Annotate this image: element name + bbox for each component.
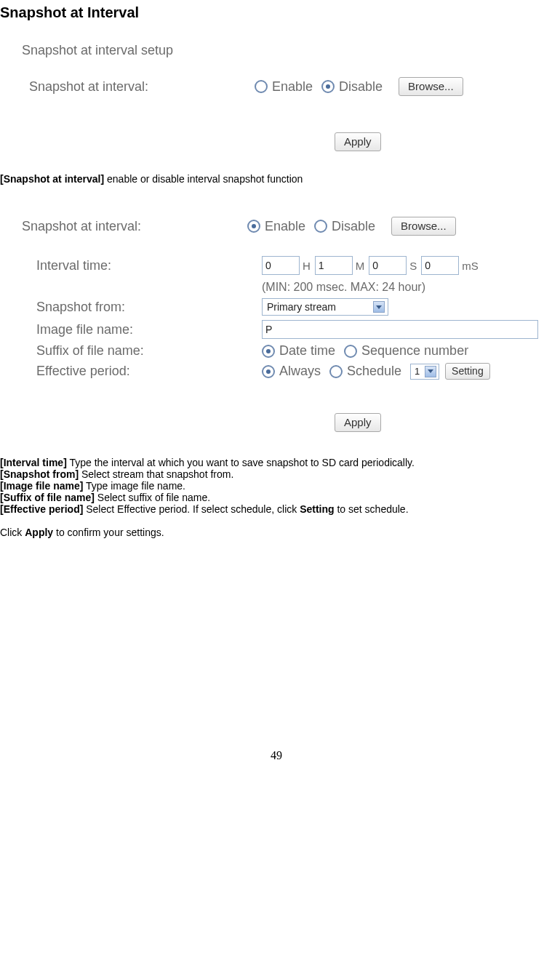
apply-button-2[interactable]: Apply (335, 413, 381, 432)
unit-minutes: M (356, 260, 365, 272)
desc-confirm: Click Apply to confirm your settings. (0, 527, 553, 538)
radio-enable-2[interactable]: Enable (247, 219, 305, 234)
schedule-select[interactable]: 1 (410, 364, 439, 380)
conf-c: to confirm your settings. (53, 527, 164, 538)
apply-button[interactable]: Apply (335, 132, 381, 151)
def-label: [Suffix of file name] (0, 492, 95, 503)
radio-icon (247, 220, 260, 233)
row-interval-hint: (MIN: 200 msec. MAX: 24 hour) (22, 279, 553, 294)
radio-enable-label: Enable (272, 79, 313, 95)
radio-suffix-datetime-label: Date time (279, 343, 335, 359)
panel-snapshot-details: Snapshot at interval: Enable Disable Bro… (22, 217, 553, 432)
desc-interval-time: [Interval time] Type the interval at whi… (0, 457, 553, 468)
def-label: [Snapshot from] (0, 468, 79, 480)
chevron-down-icon (425, 366, 436, 377)
radio-icon (329, 365, 343, 378)
label-effective-period: Effective period: (22, 364, 262, 379)
schedule-select-value: 1 (415, 366, 420, 377)
desc-snapshot-from: [Snapshot from] Select stream that snaps… (0, 468, 553, 480)
desc-image-filename: [Image file name] Type image file name. (0, 480, 553, 492)
desc-label: [Snapshot at interval] (0, 173, 104, 185)
radio-disable-2[interactable]: Disable (314, 219, 375, 234)
row-snapshot-from: Snapshot from: Primary stream (22, 298, 553, 316)
label-snapshot-interval: Snapshot at interval: (22, 79, 255, 95)
panel-heading: Snapshot at interval setup (22, 43, 553, 58)
row-image-filename: Image file name: (22, 320, 553, 339)
radio-enable[interactable]: Enable (255, 79, 313, 95)
select-value: Primary stream (267, 301, 336, 313)
interval-hours-input[interactable] (262, 256, 300, 275)
browse-button-2[interactable]: Browse... (391, 217, 456, 236)
panel-snapshot-setup: Snapshot at interval setup Snapshot at i… (22, 43, 553, 151)
def-text: Type the interval at which you want to s… (67, 457, 415, 468)
label-snapshot-interval-2: Snapshot at interval: (22, 219, 247, 234)
label-suffix: Suffix of file name: (22, 343, 262, 359)
row-effective-period: Effective period: Always Schedule 1 Sett… (22, 363, 553, 380)
def-label: [Interval time] (0, 457, 67, 468)
radio-icon (321, 80, 335, 93)
radio-disable-label-2: Disable (332, 219, 375, 234)
def-text-c: to set schedule. (335, 503, 409, 515)
desc-text: enable or disable interval snapshot func… (104, 173, 303, 185)
desc-snapshot-interval: [Snapshot at interval] enable or disable… (0, 173, 553, 185)
snapshot-from-select[interactable]: Primary stream (262, 298, 388, 316)
radio-effective-schedule[interactable]: Schedule (329, 364, 401, 379)
browse-button[interactable]: Browse... (399, 77, 463, 96)
def-text: Select stream that snapshot from. (79, 468, 233, 480)
radio-effective-always-label: Always (279, 364, 321, 379)
label-snapshot-from: Snapshot from: (22, 300, 262, 315)
interval-ms-input[interactable] (421, 256, 459, 275)
def-label: [Effective period] (0, 503, 83, 515)
radio-icon (262, 345, 275, 358)
setting-button[interactable]: Setting (445, 363, 490, 380)
radio-disable[interactable]: Disable (321, 79, 383, 95)
radio-effective-always[interactable]: Always (262, 364, 321, 379)
def-text: Type image file name. (83, 480, 185, 492)
unit-hours: H (303, 260, 311, 272)
conf-b: Apply (25, 527, 53, 538)
label-image-filename: Image file name: (22, 322, 262, 337)
image-filename-input[interactable] (262, 320, 538, 339)
def-text: Select suffix of file name. (95, 492, 210, 503)
conf-a: Click (0, 527, 25, 538)
def-text-a: Select Effective period. If select sched… (83, 503, 300, 515)
radio-icon (344, 345, 357, 358)
interval-minutes-input[interactable] (315, 256, 353, 275)
radio-suffix-datetime[interactable]: Date time (262, 343, 335, 359)
label-interval-time: Interval time: (22, 258, 262, 273)
def-label: [Image file name] (0, 480, 83, 492)
page-number: 49 (0, 749, 553, 762)
row-interval-time: Interval time: H M S mS (22, 256, 553, 275)
unit-seconds: S (409, 260, 417, 272)
radio-icon (255, 80, 268, 93)
radio-suffix-sequence[interactable]: Sequence number (344, 343, 468, 359)
desc-effective-period: [Effective period] Select Effective peri… (0, 503, 553, 515)
row-snapshot-interval-2: Snapshot at interval: Enable Disable Bro… (22, 217, 553, 236)
interval-hint: (MIN: 200 msec. MAX: 24 hour) (262, 281, 425, 294)
radio-suffix-sequence-label: Sequence number (361, 343, 468, 359)
radio-icon (314, 220, 327, 233)
radio-enable-label-2: Enable (265, 219, 305, 234)
row-suffix: Suffix of file name: Date time Sequence … (22, 343, 553, 359)
chevron-down-icon (373, 301, 385, 313)
interval-seconds-input[interactable] (369, 256, 407, 275)
desc-suffix: [Suffix of file name] Select suffix of f… (0, 492, 553, 503)
row-snapshot-interval: Snapshot at interval: Enable Disable Bro… (22, 77, 553, 96)
def-text-b: Setting (300, 503, 334, 515)
radio-disable-label: Disable (339, 79, 383, 95)
unit-ms: mS (462, 260, 479, 272)
page-title: Snapshot at Interval (0, 4, 553, 21)
radio-icon (262, 365, 275, 378)
radio-effective-schedule-label: Schedule (347, 364, 401, 379)
